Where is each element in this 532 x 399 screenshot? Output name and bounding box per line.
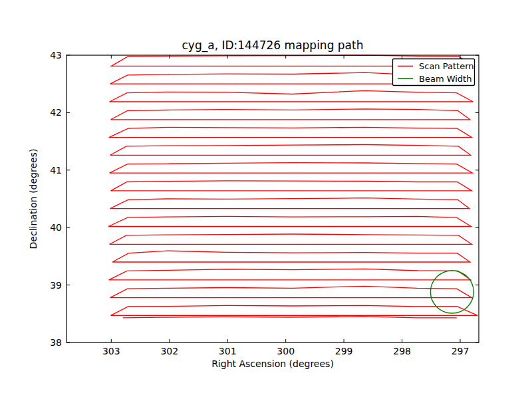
legend: Scan Pattern Beam Width — [393, 59, 475, 86]
matplotlib-figure: 303302301300299298297 383940414243 cyg_a… — [0, 0, 532, 399]
x-tick-label: 297 — [452, 346, 469, 356]
x-tick-labels: 303302301300299298297 — [102, 346, 469, 356]
y-tick-label: 40 — [50, 222, 62, 233]
plot-title: cyg_a, ID:144726 mapping path — [182, 39, 364, 53]
y-tick-labels: 383940414243 — [50, 50, 62, 348]
y-tick-label: 41 — [50, 165, 62, 176]
x-tick-label: 298 — [393, 346, 411, 356]
y-axis-label: Declination (degrees) — [28, 149, 39, 249]
x-tick-label: 301 — [219, 346, 237, 356]
x-tick-label: 303 — [102, 346, 120, 356]
y-tick-label: 38 — [50, 337, 62, 348]
y-tick-label: 39 — [50, 280, 62, 291]
x-tick-label: 299 — [335, 346, 353, 356]
y-tick-label: 42 — [50, 107, 62, 118]
y-tick-label: 43 — [50, 50, 62, 61]
x-axis-label: Right Ascension (degrees) — [211, 358, 334, 369]
plot-canvas: 303302301300299298297 383940414243 cyg_a… — [0, 0, 532, 399]
legend-label-scan-pattern: Scan Pattern — [419, 61, 474, 71]
legend-label-beam-width: Beam Width — [419, 74, 471, 84]
x-tick-label: 302 — [160, 346, 178, 356]
x-tick-label: 300 — [277, 346, 295, 356]
